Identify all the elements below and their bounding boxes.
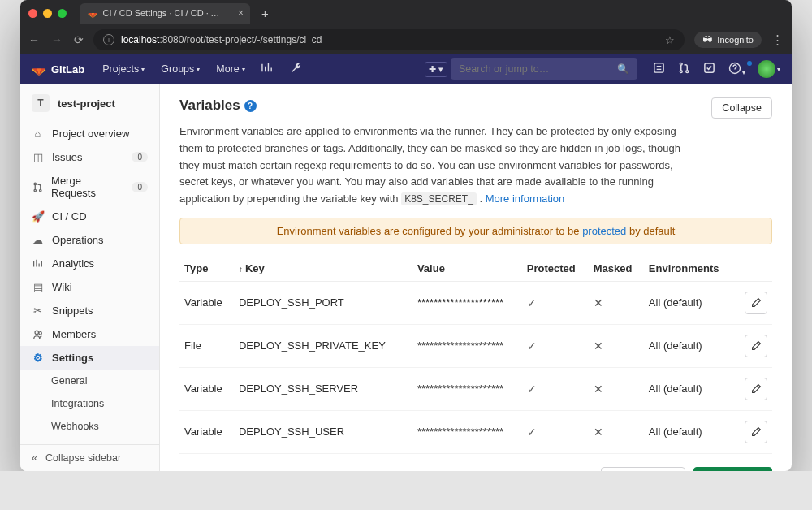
back-button[interactable]: ← <box>28 33 40 46</box>
protected-banner: Environment variables are configured by … <box>179 218 772 244</box>
topnav-groups[interactable]: Groups▾ <box>154 63 206 75</box>
incognito-badge[interactable]: 🕶 Incognito <box>694 32 762 48</box>
search-icon[interactable]: 🔍 <box>617 63 629 75</box>
sidebar-item-issues[interactable]: ◫Issues0 <box>20 145 159 169</box>
collapse-sidebar-button[interactable]: « Collapse sidebar <box>20 444 159 471</box>
project-header[interactable]: T test-project <box>20 84 159 122</box>
table-row: VariableDEPLOY_SSH_PORT*****************… <box>179 281 772 324</box>
sidebar-item-cicd[interactable]: 🚀CI / CD <box>20 205 159 228</box>
chevron-down-icon: ▾ <box>197 66 200 73</box>
var-key: DEPLOY_SSH_USER <box>234 410 412 453</box>
svg-point-3 <box>686 71 689 73</box>
svg-point-9 <box>35 331 38 334</box>
col-protected[interactable]: Protected <box>522 256 589 282</box>
var-env: All (default) <box>644 367 736 410</box>
col-value[interactable]: Value <box>412 256 522 282</box>
var-key: DEPLOY_SSH_SERVER <box>234 367 412 410</box>
maximize-window-icon[interactable] <box>58 9 67 18</box>
col-masked[interactable]: Masked <box>589 256 644 282</box>
topnav-more[interactable]: More▾ <box>209 63 251 75</box>
project-sidebar: T test-project ⌂Project overview ◫Issues… <box>20 84 160 471</box>
help-icon[interactable]: ▾ <box>723 62 751 77</box>
browser-tab[interactable]: CI / CD Settings · CI / CD · Adm × <box>80 3 250 24</box>
collapse-button[interactable]: Collapse <box>711 97 772 119</box>
variables-actions: Reveal values Add Variable <box>179 467 772 471</box>
activity-icon[interactable] <box>255 62 280 76</box>
pencil-icon <box>751 297 762 308</box>
global-search[interactable]: 🔍 <box>451 58 637 80</box>
browser-menu-icon[interactable]: ⋮ <box>771 32 784 47</box>
check-icon: ✓ <box>527 296 537 309</box>
analytics-icon <box>32 258 44 269</box>
var-env: All (default) <box>644 281 736 324</box>
members-icon <box>32 329 44 340</box>
site-info-icon[interactable]: i <box>103 34 114 45</box>
url-path: /root/test-project/-/settings/ci_cd <box>184 34 322 45</box>
sidebar-item-snippets[interactable]: ✂Snippets <box>20 299 159 322</box>
admin-wrench-icon[interactable] <box>283 62 309 76</box>
table-row: FileDEPLOY_SSH_PRIVATE_KEY**************… <box>179 324 772 367</box>
var-masked: ✕ <box>589 410 644 453</box>
var-masked: ✕ <box>589 324 644 367</box>
var-type: Variable <box>179 367 234 410</box>
col-environments[interactable]: Environments <box>644 256 736 282</box>
plus-dropdown[interactable]: ✚ ▾ <box>425 62 447 77</box>
x-icon: ✕ <box>594 426 603 439</box>
sidebar-sub-integrations[interactable]: Integrations <box>20 392 159 415</box>
var-key: DEPLOY_SSH_PORT <box>234 281 412 324</box>
reveal-values-button[interactable]: Reveal values <box>601 467 686 471</box>
sidebar-item-analytics[interactable]: Analytics <box>20 252 159 275</box>
brand-logo[interactable]: GitLab <box>32 62 84 76</box>
user-avatar[interactable] <box>758 60 775 78</box>
rocket-icon: 🚀 <box>32 210 44 223</box>
wiki-icon: ▤ <box>32 281 44 293</box>
close-window-icon[interactable] <box>28 9 37 18</box>
x-icon: ✕ <box>594 382 603 395</box>
var-value: ********************* <box>412 410 522 453</box>
sidebar-item-project-overview[interactable]: ⌂Project overview <box>20 122 159 145</box>
col-key[interactable]: ↑Key <box>234 256 412 282</box>
todos-icon[interactable] <box>698 62 721 76</box>
protected-link[interactable]: protected <box>582 225 626 237</box>
svg-point-7 <box>34 189 36 191</box>
add-variable-button[interactable]: Add Variable <box>693 467 772 471</box>
sidebar-sub-webhooks[interactable]: Webhooks <box>20 415 159 438</box>
sidebar-item-operations[interactable]: ☁Operations <box>20 228 159 252</box>
edit-variable-button[interactable] <box>745 292 767 314</box>
svg-point-2 <box>680 71 682 73</box>
sort-ascending-icon: ↑ <box>239 265 243 274</box>
forward-button[interactable]: → <box>51 33 63 46</box>
snippets-icon: ✂ <box>32 305 44 317</box>
sidebar-sub-general[interactable]: General <box>20 370 159 392</box>
close-tab-icon[interactable]: × <box>238 7 244 19</box>
more-information-link[interactable]: More information <box>486 192 565 205</box>
merge-icon <box>32 182 43 192</box>
collapse-sidebar-label: Collapse sidebar <box>45 452 121 464</box>
edit-variable-button[interactable] <box>745 335 767 357</box>
issues-icon[interactable] <box>647 62 671 76</box>
help-icon[interactable]: ? <box>244 100 257 112</box>
sidebar-item-merge-requests[interactable]: Merge Requests0 <box>20 169 159 205</box>
variables-table: Type ↑Key Value Protected Masked Environ… <box>179 256 772 454</box>
sidebar-item-members[interactable]: Members <box>20 322 159 346</box>
address-field[interactable]: i localhost:8080/root/test-project/-/set… <box>93 29 685 50</box>
var-value: ********************* <box>412 281 522 324</box>
merge-requests-icon[interactable] <box>672 62 696 76</box>
sidebar-sub-repository[interactable]: Repository <box>20 438 159 444</box>
search-input[interactable] <box>459 63 611 75</box>
edit-variable-button[interactable] <box>745 378 767 400</box>
edit-variable-button[interactable] <box>745 421 767 443</box>
sidebar-item-settings[interactable]: ⚙Settings <box>20 346 159 370</box>
chevron-down-icon: ▾ <box>242 66 245 73</box>
topnav-projects[interactable]: Projects▾ <box>96 63 151 75</box>
minimize-window-icon[interactable] <box>43 9 52 18</box>
svg-point-8 <box>39 189 41 191</box>
new-tab-button[interactable]: + <box>257 6 274 20</box>
pencil-icon <box>751 340 762 351</box>
col-type[interactable]: Type <box>179 256 234 282</box>
incognito-label: Incognito <box>717 35 754 45</box>
reload-button[interactable]: ⟳ <box>74 33 84 46</box>
bookmark-icon[interactable]: ☆ <box>665 34 675 46</box>
gear-icon: ⚙ <box>32 352 44 364</box>
sidebar-item-wiki[interactable]: ▤Wiki <box>20 275 159 299</box>
